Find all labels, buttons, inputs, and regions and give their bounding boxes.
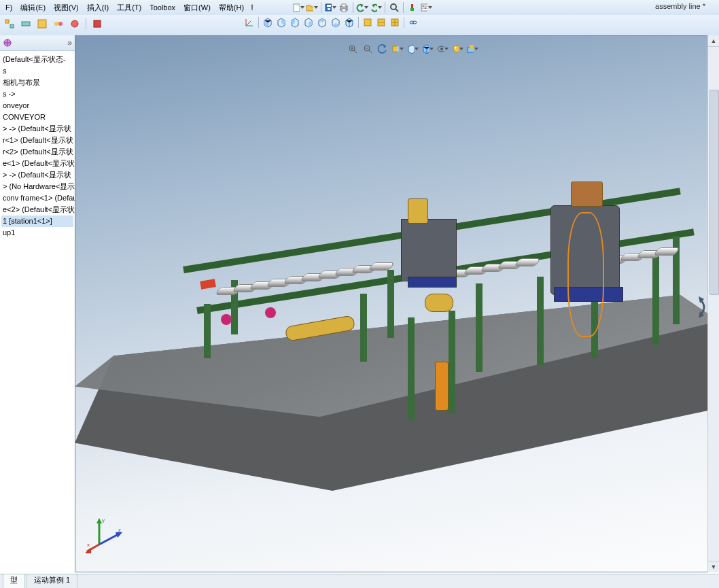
coordinate-triad: y z x [86, 514, 126, 555]
assembly-icon-2[interactable] [19, 17, 33, 31]
menu-view[interactable]: 视图(V) [50, 1, 83, 14]
tree-item[interactable]: 1 [station1<1>] [1, 215, 73, 227]
svg-line-26 [246, 21, 251, 26]
tree-item[interactable]: (Default<显示状态- [1, 54, 73, 65]
menu-window[interactable]: 窗口(W) [179, 1, 215, 14]
panel-collapse-icon[interactable]: » [67, 38, 72, 48]
assembly-toolbar [0, 17, 104, 31]
scroll-down-icon[interactable]: ▼ [708, 561, 719, 572]
svg-rect-17 [10, 24, 14, 28]
scroll-thumb[interactable] [709, 90, 719, 295]
tree-item[interactable]: > (No Hardware<显示 [1, 181, 73, 192]
edit-appearance-icon[interactable] [451, 43, 463, 55]
rebuild-icon[interactable] [406, 1, 419, 14]
scroll-up-icon[interactable]: ▲ [708, 35, 719, 47]
viewport-scrollbar[interactable]: ▲ ▼ [707, 35, 719, 572]
station-2-motor [571, 181, 603, 207]
assembly-icon-4[interactable] [52, 17, 65, 31]
cable [567, 212, 604, 337]
bearing-icon [221, 314, 232, 325]
select-icon[interactable] [388, 1, 400, 14]
previous-view-icon[interactable] [376, 43, 389, 55]
front-view-icon[interactable] [262, 16, 274, 29]
document-title: assembly line * [655, 2, 705, 10]
back-view-icon[interactable] [275, 16, 287, 29]
menu-tools[interactable]: 工具(T) [113, 1, 145, 14]
station-1-actuator [425, 294, 453, 312]
save-icon[interactable] [324, 1, 336, 14]
graphics-viewport[interactable]: y z x ▲ ▼ [75, 35, 719, 572]
coordinate-axis-icon[interactable] [243, 16, 256, 29]
tree-item[interactable]: conv frame<1> (Defau [1, 192, 73, 204]
zoom-fit-icon[interactable] [347, 43, 359, 55]
options-icon[interactable] [420, 1, 432, 14]
isometric-view-icon[interactable] [343, 16, 355, 29]
tree-item[interactable]: up1 [1, 227, 73, 239]
hide-show-icon[interactable] [436, 43, 449, 55]
section-view-icon[interactable] [391, 43, 404, 55]
left-view-icon[interactable] [289, 16, 301, 29]
tree-item[interactable]: s [1, 65, 73, 77]
tree-item[interactable]: r<1> (Default<显示状 [1, 135, 73, 146]
new-icon[interactable] [292, 1, 304, 14]
assembly-icon-3[interactable] [35, 17, 49, 31]
menu-file[interactable]: F) [1, 2, 16, 13]
zoom-area-icon[interactable] [362, 43, 374, 55]
assembly-tree-icon[interactable] [3, 38, 12, 48]
svg-rect-23 [94, 20, 101, 27]
menu-edit[interactable]: 编辑(E) [16, 1, 50, 14]
separator [86, 18, 86, 29]
menu-help[interactable]: 帮助(H) [215, 1, 248, 14]
assembly-icon-6[interactable] [90, 17, 104, 31]
undo-icon[interactable] [356, 1, 368, 14]
print-icon[interactable] [338, 1, 350, 14]
svg-point-47 [453, 46, 459, 52]
svg-point-20 [54, 22, 58, 26]
menu-toolbox[interactable]: Toolbox [145, 2, 179, 13]
heads-up-toolbar [347, 42, 478, 56]
display-style-icon[interactable] [421, 43, 434, 55]
tree-item[interactable]: onveyor [1, 100, 73, 111]
menu-insert[interactable]: 插入(I) [83, 1, 113, 14]
separator [404, 17, 404, 28]
pin-icon[interactable] [248, 3, 262, 12]
link-views-icon[interactable] [407, 16, 419, 29]
svg-rect-10 [410, 8, 414, 11]
tree-item[interactable]: e<2> (Default<显示状 [1, 204, 73, 215]
tree-item[interactable]: > -> (Default<显示状 [1, 169, 73, 181]
separator [353, 2, 353, 13]
svg-rect-16 [5, 20, 9, 23]
tree-item[interactable]: r<2> (Default<显示状 [1, 146, 73, 158]
tree-item[interactable]: > -> (Default<显示状 [1, 123, 73, 135]
normal-to-view-icon[interactable] [389, 16, 401, 29]
tree-item[interactable]: e<1> (Default<显示状 [1, 158, 73, 169]
tree-item[interactable]: s -> [1, 88, 73, 100]
motion-tabs: 型 运动算例 1 [0, 574, 719, 588]
assembly-icon-1[interactable] [3, 17, 16, 31]
conveyor-assembly [156, 239, 686, 355]
tree-item[interactable]: CONVEYOR [1, 111, 73, 123]
conveyor-leg [204, 304, 211, 358]
station-1 [401, 219, 457, 281]
dimetric-view-icon[interactable] [375, 16, 387, 29]
hydraulic-cylinder [285, 315, 355, 341]
tab-motion-study[interactable]: 运动算例 1 [27, 574, 77, 588]
redo-icon[interactable] [370, 1, 382, 14]
bottom-view-icon[interactable] [330, 16, 342, 29]
right-view-icon[interactable] [302, 16, 315, 29]
tab-model[interactable]: 型 [3, 574, 25, 588]
svg-point-50 [470, 45, 474, 49]
open-icon[interactable] [306, 1, 318, 14]
view-orientation-icon[interactable] [406, 43, 419, 55]
svg-point-48 [455, 47, 457, 49]
top-view-icon[interactable] [316, 16, 328, 29]
separator [385, 2, 385, 13]
svg-rect-27 [364, 19, 371, 26]
trimetric-view-icon[interactable] [362, 16, 374, 29]
tree-item[interactable]: 相机与布景 [1, 77, 73, 88]
feature-manager-panel: » (Default<显示状态- s 相机与布景 s -> onveyor CO… [0, 35, 75, 572]
feature-tree[interactable]: (Default<显示状态- s 相机与布景 s -> onveyor CONV… [0, 51, 75, 239]
assembly-icon-5[interactable] [68, 17, 82, 31]
svg-rect-18 [22, 22, 30, 26]
apply-scene-icon[interactable] [466, 43, 478, 55]
